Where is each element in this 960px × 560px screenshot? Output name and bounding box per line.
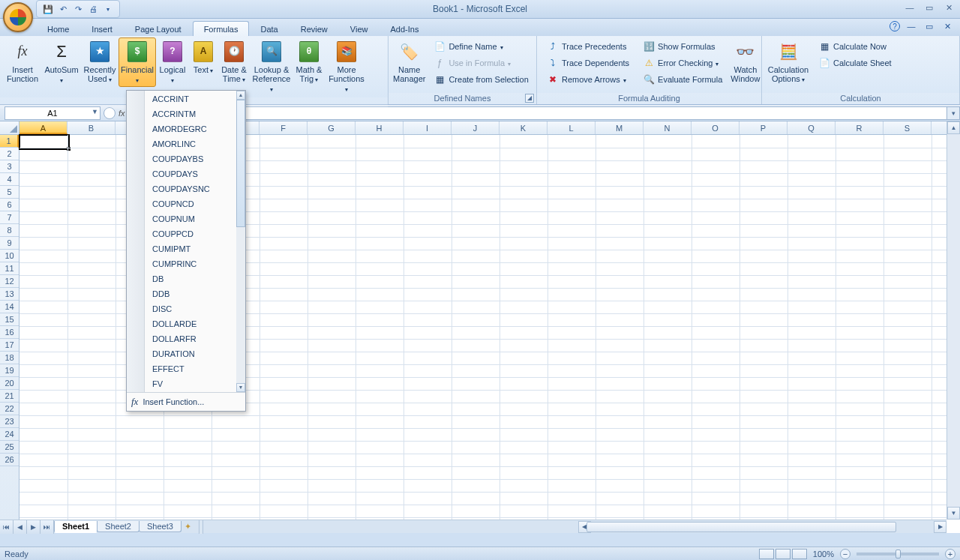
- normal-view-button[interactable]: [759, 549, 774, 559]
- sheet-nav-next[interactable]: ▶: [27, 520, 40, 534]
- calculate-now-button[interactable]: ▦Calculate Now: [814, 38, 896, 55]
- financial-button[interactable]: $ Financial: [118, 37, 156, 87]
- dropdown-item[interactable]: FV: [146, 376, 245, 391]
- help-icon[interactable]: ?: [890, 21, 900, 31]
- trace-precedents-button[interactable]: ⤴Trace Precedents: [542, 38, 634, 55]
- column-header[interactable]: K: [500, 121, 548, 134]
- remove-arrows-button[interactable]: ✖Remove Arrows: [542, 71, 634, 88]
- row-header[interactable]: 23: [0, 415, 19, 428]
- doc-restore-icon[interactable]: ▭: [922, 20, 936, 32]
- sheet-nav-last[interactable]: ⏭: [40, 520, 54, 534]
- page-break-view-button[interactable]: [792, 549, 807, 559]
- column-header[interactable]: S: [884, 121, 932, 134]
- math-trig-button[interactable]: θ Math & Trig: [292, 37, 326, 86]
- trace-dependents-button[interactable]: ⤵Trace Dependents: [542, 55, 634, 71]
- dropdown-item[interactable]: COUPDAYBS: [146, 151, 245, 166]
- define-name-button[interactable]: 📄Define Name: [429, 38, 532, 55]
- lookup-reference-button[interactable]: 🔍 Lookup & Reference: [250, 37, 292, 96]
- save-icon[interactable]: 💾: [41, 2, 55, 16]
- zoom-out-button[interactable]: −: [840, 549, 850, 559]
- insert-function-button[interactable]: fx Insert Function: [3, 37, 42, 85]
- dropdown-item[interactable]: CUMIPMT: [146, 241, 245, 256]
- dropdown-item[interactable]: COUPNCD: [146, 196, 245, 211]
- close-button[interactable]: ✕: [940, 1, 957, 13]
- tab-view[interactable]: View: [339, 21, 380, 36]
- row-header[interactable]: 16: [0, 326, 19, 339]
- row-header[interactable]: 17: [0, 339, 19, 352]
- minimize-button[interactable]: —: [902, 1, 918, 13]
- row-header[interactable]: 1: [0, 135, 19, 148]
- recently-used-button[interactable]: ★ Recently Used: [81, 37, 118, 86]
- doc-minimize-icon[interactable]: —: [904, 20, 918, 32]
- dropdown-scrollbar[interactable]: ▲ ▼: [236, 91, 245, 392]
- column-header[interactable]: R: [836, 121, 884, 134]
- redo-icon[interactable]: ↷: [71, 2, 85, 16]
- dropdown-item[interactable]: AMORDEGRC: [146, 121, 245, 136]
- formula-bar-expand-icon[interactable]: ▾: [946, 106, 960, 120]
- column-header[interactable]: H: [356, 121, 404, 134]
- row-header[interactable]: 24: [0, 428, 19, 441]
- row-header[interactable]: 8: [0, 224, 19, 237]
- dropdown-item[interactable]: COUPPCD: [146, 226, 245, 241]
- scroll-up-icon[interactable]: ▲: [947, 121, 960, 134]
- date-time-button[interactable]: 🕐 Date & Time: [218, 37, 250, 86]
- dropdown-item[interactable]: DURATION: [146, 346, 245, 361]
- office-button[interactable]: [3, 2, 33, 32]
- evaluate-formula-button[interactable]: 🔍Evaluate Formula: [638, 71, 727, 88]
- dropdown-item[interactable]: DB: [146, 271, 245, 286]
- new-sheet-button[interactable]: ✦: [181, 522, 196, 532]
- show-formulas-button[interactable]: 🔢Show Formulas: [638, 38, 727, 55]
- row-header[interactable]: 3: [0, 160, 19, 173]
- row-header[interactable]: 20: [0, 377, 19, 390]
- dropdown-item[interactable]: AMORLINC: [146, 136, 245, 151]
- column-header[interactable]: O: [692, 121, 740, 134]
- maximize-button[interactable]: ▭: [921, 1, 938, 13]
- sheet-nav-first[interactable]: ⏮: [0, 520, 14, 534]
- dropdown-item[interactable]: COUPNUM: [146, 211, 245, 226]
- row-header[interactable]: 25: [0, 441, 19, 454]
- row-header[interactable]: 12: [0, 275, 19, 288]
- fx-label[interactable]: fx: [118, 109, 125, 118]
- column-header[interactable]: J: [452, 121, 500, 134]
- zoom-thumb[interactable]: [896, 550, 901, 559]
- cancel-entry-icon[interactable]: [104, 107, 116, 119]
- sheet-tab-3[interactable]: Sheet3: [139, 521, 182, 532]
- row-header[interactable]: 4: [0, 173, 19, 186]
- sheet-tab-2[interactable]: Sheet2: [97, 521, 140, 532]
- text-button[interactable]: A Text: [189, 37, 218, 77]
- namebox-dropdown-icon[interactable]: ▼: [92, 108, 98, 115]
- dropdown-item[interactable]: EFFECT: [146, 361, 245, 376]
- dd-scroll-up-icon[interactable]: ▲: [236, 91, 245, 100]
- row-header[interactable]: 13: [0, 288, 19, 301]
- row-header[interactable]: 11: [0, 262, 19, 275]
- dropdown-item[interactable]: ACCRINTM: [146, 106, 245, 121]
- row-header[interactable]: 5: [0, 186, 19, 199]
- zoom-in-button[interactable]: +: [945, 549, 956, 559]
- tab-insert[interactable]: Insert: [80, 21, 124, 36]
- name-manager-button[interactable]: 🏷️ Name Manager: [392, 37, 427, 85]
- defined-names-launcher[interactable]: ◢: [525, 94, 534, 103]
- dropdown-insert-function[interactable]: fx Insert Function...: [127, 392, 245, 411]
- row-header[interactable]: 21: [0, 390, 19, 403]
- print-icon[interactable]: 🖨: [86, 2, 100, 16]
- column-header[interactable]: A: [20, 121, 68, 134]
- row-header[interactable]: 26: [0, 454, 19, 466]
- tab-formulas[interactable]: Formulas: [193, 21, 250, 36]
- tab-split-handle[interactable]: [199, 520, 203, 534]
- tab-review[interactable]: Review: [290, 21, 339, 36]
- column-header[interactable]: P: [740, 121, 788, 134]
- column-header[interactable]: F: [260, 121, 308, 134]
- sheet-tab-1[interactable]: Sheet1: [54, 521, 98, 533]
- scroll-down-icon[interactable]: ▼: [947, 507, 960, 520]
- column-header[interactable]: N: [644, 121, 692, 134]
- undo-icon[interactable]: ↶: [56, 2, 70, 16]
- logical-button[interactable]: ? Logical: [156, 37, 189, 87]
- create-from-selection-button[interactable]: ▦Create from Selection: [429, 71, 532, 88]
- dropdown-item[interactable]: DISC: [146, 301, 245, 316]
- tab-home[interactable]: Home: [36, 21, 80, 36]
- column-header[interactable]: G: [308, 121, 356, 134]
- tab-addins[interactable]: Add-Ins: [379, 21, 430, 36]
- column-header[interactable]: B: [68, 121, 116, 134]
- calculation-options-button[interactable]: 🧮 Calculation Options: [765, 37, 812, 86]
- column-header[interactable]: M: [596, 121, 644, 134]
